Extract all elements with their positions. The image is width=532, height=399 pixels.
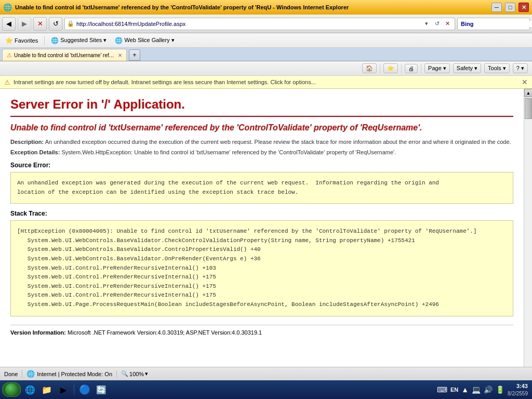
tab-warning-icon: ⚠ bbox=[7, 52, 12, 59]
stop-button[interactable]: ✕ bbox=[33, 17, 47, 31]
favorites-separator bbox=[44, 36, 45, 45]
clock: 3:43 8/2/2559 bbox=[508, 382, 528, 384]
address-input[interactable] bbox=[76, 21, 421, 27]
taskbar-ie-icon[interactable]: 🌐 bbox=[23, 382, 37, 384]
description-text: An unhandled exception occurred during t… bbox=[45, 139, 511, 145]
zoom-icon: 🔍 bbox=[121, 370, 128, 377]
active-tab[interactable]: ⚠ Unable to find control id 'txtUsername… bbox=[2, 49, 127, 61]
content-scrollable-area: Server Error in '/' Application. Unable … bbox=[0, 89, 532, 384]
source-error-box: An unhandled exception was generated dur… bbox=[10, 172, 513, 204]
taskbar-chrome-icon[interactable]: 🔵 bbox=[77, 382, 92, 384]
cmd-sep3 bbox=[421, 64, 421, 73]
clock-time: 3:43 bbox=[508, 382, 528, 384]
page-button[interactable]: Page ▾ bbox=[424, 63, 450, 73]
intranet-message: Intranet settings are now turned off by … bbox=[14, 79, 316, 85]
back-button[interactable]: ◀ bbox=[2, 17, 16, 31]
zoom-label: 100% bbox=[129, 371, 144, 377]
zoom-dropdown[interactable]: ▾ bbox=[145, 370, 148, 377]
cmd-sep1 bbox=[380, 64, 380, 73]
status-bar: Done 🌐 Internet | Protected Mode: On 🔍 1… bbox=[0, 367, 532, 380]
search-input[interactable] bbox=[476, 21, 532, 27]
minimize-button[interactable]: ─ bbox=[491, 3, 502, 12]
exception-label: Exception Details: bbox=[10, 149, 60, 155]
title-bar: 🌐 Unable to find control id 'txtUsername… bbox=[0, 0, 532, 15]
version-text: Microsoft .NET Framework Version:4.0.303… bbox=[68, 329, 262, 336]
search-container: Bing 🔍 bbox=[457, 18, 530, 30]
home-button[interactable]: 🏠 bbox=[362, 63, 377, 73]
taskbar-explorer-icon[interactable]: 📁 bbox=[39, 382, 54, 384]
stack-trace-header: Stack Trace: bbox=[10, 210, 513, 217]
error-main-title: Unable to find control id 'txtUsername' … bbox=[10, 123, 513, 132]
ie-logo: 🌐 bbox=[3, 3, 12, 11]
address-dropdown-button[interactable]: ▾ bbox=[421, 19, 432, 29]
scroll-up-button[interactable]: ▲ bbox=[524, 89, 532, 97]
suggested-sites-label: Suggested Sites ▾ bbox=[60, 37, 107, 44]
taskbar-media-icon[interactable]: ▶ bbox=[56, 382, 71, 384]
main-content: Server Error in '/' Application. Unable … bbox=[0, 89, 524, 384]
favorites-bar: ⭐ Favorites 🌐 Suggested Sites ▾ 🌐 Web Sl… bbox=[0, 33, 532, 48]
start-button[interactable] bbox=[2, 382, 21, 384]
tab-close-button[interactable]: ✕ bbox=[118, 52, 122, 58]
taskbar: 🌐 📁 ▶ 🔵 🔄 ⌨ EN ▲ 💻 🔊 🔋 3:43 8/2/2559 bbox=[0, 380, 532, 384]
help-button[interactable]: ? ▾ bbox=[513, 63, 528, 73]
suggested-sites-item[interactable]: 🌐 Suggested Sites ▾ bbox=[49, 36, 109, 45]
close-button[interactable]: ✕ bbox=[518, 3, 529, 12]
star-icon: ⭐ bbox=[5, 37, 13, 44]
ie-small-icon2: 🌐 bbox=[115, 37, 123, 44]
maximize-button[interactable]: □ bbox=[505, 3, 515, 12]
status-text: Done bbox=[4, 371, 18, 377]
scroll-thumb[interactable] bbox=[525, 98, 532, 119]
ie-small-icon: 🌐 bbox=[51, 37, 59, 44]
favorites-button[interactable]: ⭐ Favorites bbox=[3, 36, 40, 45]
refresh-button[interactable]: ↺ bbox=[49, 17, 62, 31]
intranet-bar: ⚠ Intranet settings are now turned off b… bbox=[0, 76, 532, 89]
address-icon: 🔒 bbox=[67, 20, 74, 27]
title-bar-text: Unable to find control id 'txtUsername' … bbox=[15, 4, 488, 10]
tab-bar: ⚠ Unable to find control id 'txtUsername… bbox=[0, 48, 532, 61]
tab-label: Unable to find control id 'txtUsername' … bbox=[14, 52, 116, 58]
address-bar-container: 🔒 ▾ ↺ ✕ bbox=[64, 18, 455, 30]
exception-line: Exception Details: System.Web.HttpExcept… bbox=[10, 149, 513, 155]
taskbar-app-icon[interactable]: 🔄 bbox=[94, 382, 109, 384]
start-orb bbox=[5, 383, 18, 384]
forward-button[interactable]: ▶ bbox=[18, 17, 31, 31]
zone-indicator: 🌐 Internet | Protected Mode: On bbox=[22, 370, 112, 378]
nav-bar: ◀ ▶ ✕ ↺ 🔒 ▾ ↺ ✕ Bing 🔍 bbox=[0, 15, 532, 33]
safety-button[interactable]: Safety ▾ bbox=[453, 63, 481, 73]
stack-trace-box: [HttpException (0x80004005): Unable to f… bbox=[10, 220, 513, 316]
source-error-header: Source Error: bbox=[10, 162, 513, 169]
version-line: Version Information: Microsoft .NET Fram… bbox=[10, 325, 513, 336]
tools-button[interactable]: Tools ▾ bbox=[484, 63, 510, 73]
server-error-title: Server Error in '/' Application. bbox=[10, 97, 513, 117]
zone-icon: 🌐 bbox=[26, 370, 35, 378]
cmd-sep2 bbox=[401, 64, 402, 73]
version-label: Version Information: bbox=[10, 329, 66, 336]
scroll-track-area bbox=[524, 120, 532, 376]
refresh-addr-button[interactable]: ↺ bbox=[432, 19, 442, 29]
zoom-control[interactable]: 🔍 100% ▾ bbox=[116, 370, 148, 377]
web-slice-gallery-label: Web Slice Gallery ▾ bbox=[124, 37, 174, 44]
taskbar-right: ⌨ EN ▲ 💻 🔊 🔋 3:43 8/2/2559 bbox=[437, 382, 530, 384]
description-line: Description: An unhandled exception occu… bbox=[10, 139, 513, 145]
favorites-cmd-button[interactable]: ⭐ bbox=[383, 63, 398, 73]
command-bar: 🏠 ⭐ 🖨 Page ▾ Safety ▾ Tools ▾ ? ▾ bbox=[0, 61, 532, 76]
bing-logo: Bing bbox=[458, 21, 476, 27]
web-slice-gallery-item[interactable]: 🌐 Web Slice Gallery ▾ bbox=[113, 36, 176, 45]
stack-trace-text: [HttpException (0x80004005): Unable to f… bbox=[17, 227, 507, 309]
intranet-close-button[interactable]: ✕ bbox=[522, 78, 528, 86]
new-tab-button[interactable]: + bbox=[129, 49, 140, 61]
source-error-text: An unhandled exception was generated dur… bbox=[17, 179, 507, 197]
print-button[interactable]: 🖨 bbox=[405, 64, 418, 73]
zone-label: Internet | Protected Mode: On bbox=[37, 371, 112, 377]
exception-text: System.Web.HttpException: Unable to find… bbox=[61, 149, 396, 155]
scrollbar-track: ▲ ▼ bbox=[524, 89, 532, 384]
intranet-warning-icon: ⚠ bbox=[4, 78, 10, 86]
stop-addr-button[interactable]: ✕ bbox=[442, 19, 453, 29]
favorites-label: Favorites bbox=[15, 37, 38, 44]
description-label: Description: bbox=[10, 139, 44, 145]
